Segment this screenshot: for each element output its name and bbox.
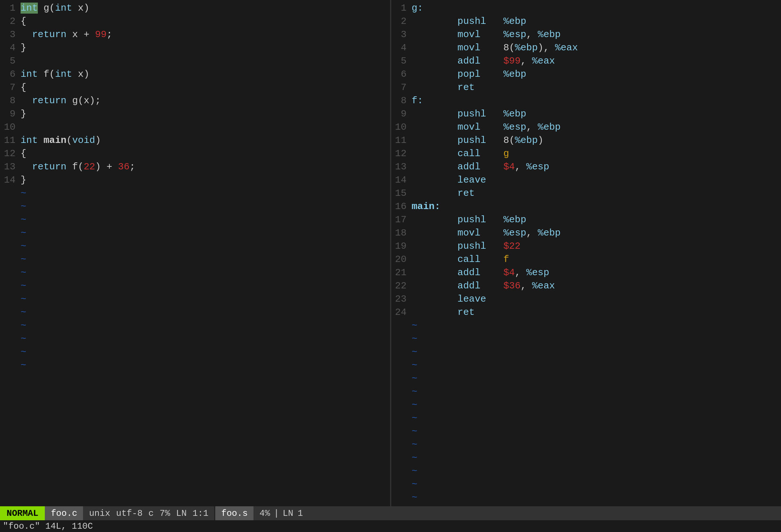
line-content: ret	[412, 187, 781, 200]
line-content: int f(int x)	[21, 68, 390, 81]
tilde-symbol: ~	[412, 332, 781, 345]
asm-label: f:	[412, 95, 423, 106]
line-number: 4	[391, 41, 412, 54]
line-number: 5	[0, 54, 21, 68]
tilde-symbol: ~	[21, 253, 390, 266]
line-content: return f(22) + 36;	[21, 160, 390, 173]
table-row: 13 addl $4, %esp	[391, 160, 781, 173]
line-content: }	[21, 173, 390, 187]
table-row: 4 movl 8(%ebp), %eax	[391, 41, 781, 54]
line-number: 1	[0, 1, 21, 15]
tilde-symbol: ~	[412, 385, 781, 398]
tilde-symbol: ~	[21, 240, 390, 253]
asm-label: main:	[412, 201, 440, 212]
table-row: 11 pushl 8(%ebp)	[391, 134, 781, 147]
line-number: 7	[0, 81, 21, 94]
tilde-symbol: ~	[21, 345, 390, 359]
tilde-line: ~	[0, 213, 390, 226]
tilde-line: ~	[391, 345, 781, 359]
table-row: 7 ret	[391, 81, 781, 94]
table-row: 17 pushl %ebp	[391, 213, 781, 226]
line-content: ret	[412, 306, 781, 319]
line-content: addl $36, %eax	[412, 279, 781, 292]
table-row: 5 addl $99, %eax	[391, 54, 781, 68]
right-file-name: foo.s	[215, 506, 253, 520]
line-number: 19	[391, 240, 412, 253]
table-row: 14}	[0, 173, 390, 187]
tilde-line: ~	[0, 253, 390, 266]
mode-indicator: NORMAL	[0, 506, 45, 520]
table-row: 1int g(int x)	[0, 1, 390, 15]
line-number: 12	[391, 147, 412, 160]
line-content: }	[21, 107, 390, 121]
tilde-symbol: ~	[412, 438, 781, 451]
tilde-symbol: ~	[412, 478, 781, 491]
right-ln-label: LN	[283, 508, 294, 518]
line-content: main:	[412, 200, 781, 213]
tilde-symbol: ~	[412, 345, 781, 359]
line-content: movl %esp, %ebp	[412, 121, 781, 134]
left-code-area: 1int g(int x)2{3 return x + 99;4}56int f…	[0, 0, 390, 373]
line-content: }	[21, 41, 390, 54]
line-number: 12	[0, 147, 21, 160]
line-number: 2	[391, 15, 412, 28]
line-content: addl $99, %eax	[412, 54, 781, 68]
table-row: 14 leave	[391, 173, 781, 187]
table-row: 24 ret	[391, 306, 781, 319]
line-number: 18	[391, 226, 412, 240]
line-content: leave	[412, 173, 781, 187]
line-content: int g(int x)	[21, 1, 390, 15]
tilde-symbol: ~	[21, 266, 390, 279]
line-number: 23	[391, 292, 412, 306]
tilde-line: ~	[0, 345, 390, 359]
line-content: pushl %ebp	[412, 15, 781, 28]
tilde-line: ~	[0, 200, 390, 213]
percent-label: 7%	[159, 508, 170, 518]
tilde-symbol: ~	[412, 359, 781, 372]
tilde-line: ~	[0, 187, 390, 200]
right-percent-label: 4%	[259, 508, 270, 518]
left-file-name: foo.c	[45, 506, 83, 520]
line-number: 6	[391, 68, 412, 81]
tilde-line: ~	[0, 266, 390, 279]
tilde-symbol: ~	[21, 279, 390, 292]
line-number: 10	[391, 121, 412, 134]
line-content: call g	[412, 147, 781, 160]
line-number: 5	[391, 54, 412, 68]
line-content: f:	[412, 94, 781, 107]
tilde-symbol: ~	[412, 425, 781, 438]
line-content: pushl 8(%ebp)	[412, 134, 781, 147]
tilde-line: ~	[0, 292, 390, 306]
line-number: 11	[391, 134, 412, 147]
tilde-line: ~	[391, 451, 781, 464]
tilde-symbol: ~	[21, 226, 390, 240]
tilde-symbol: ~	[412, 319, 781, 332]
ln-label: LN	[176, 508, 187, 518]
table-row: 10	[0, 121, 390, 134]
table-row: 4}	[0, 41, 390, 54]
table-row: 13 return f(22) + 36;	[0, 160, 390, 173]
tilde-line: ~	[0, 279, 390, 292]
table-row: 5	[0, 54, 390, 68]
table-row: 8 return g(x);	[0, 94, 390, 107]
line-number: 6	[0, 68, 21, 81]
table-row: 18 movl %esp, %ebp	[391, 226, 781, 240]
tilde-line: ~	[0, 226, 390, 240]
editor-container: 1int g(int x)2{3 return x + 99;4}56int f…	[0, 0, 781, 506]
line-content: int main(void)	[21, 134, 390, 147]
tilde-line: ~	[391, 372, 781, 385]
line-number: 2	[0, 15, 21, 28]
table-row: 3 return x + 99;	[0, 28, 390, 41]
table-row: 8f:	[391, 94, 781, 107]
tilde-line: ~	[0, 240, 390, 253]
line-number: 15	[391, 187, 412, 200]
tilde-line: ~	[391, 319, 781, 332]
tilde-line: ~	[0, 332, 390, 345]
table-row: 19 pushl $22	[391, 240, 781, 253]
tilde-line: ~	[391, 359, 781, 372]
tilde-line: ~	[391, 398, 781, 411]
asm-label: g:	[412, 3, 423, 14]
filetype-label: c	[148, 508, 154, 518]
tilde-line: ~	[0, 359, 390, 372]
tilde-symbol: ~	[412, 491, 781, 504]
